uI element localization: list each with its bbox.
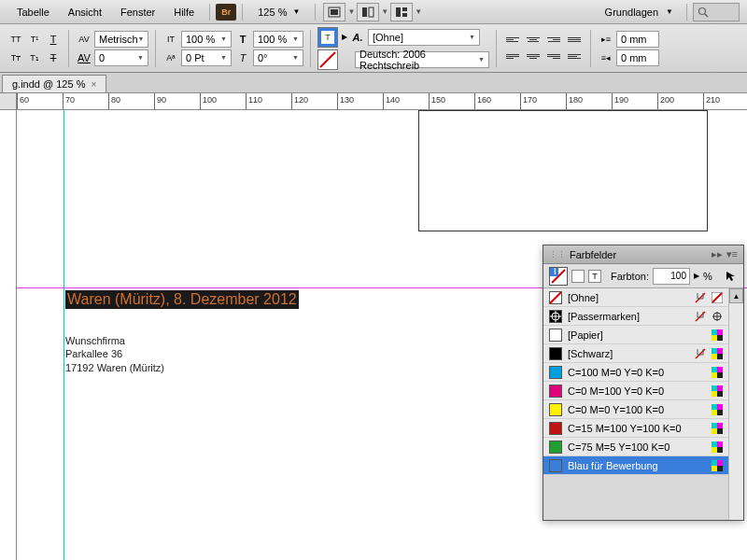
ruler-tick: 70 (63, 93, 63, 110)
justify-center-button[interactable] (524, 49, 543, 64)
char-style-field[interactable]: [Ohne]▼ (368, 29, 480, 46)
menu-tabelle[interactable]: Tabelle (7, 3, 59, 21)
address-line[interactable]: Wunschfirma (65, 334, 164, 347)
ruler-origin[interactable] (0, 93, 17, 110)
menu-hilfe[interactable]: Hilfe (164, 3, 204, 21)
justify-full-button[interactable] (565, 33, 584, 48)
swatch-row[interactable]: C=100 M=0 Y=0 K=0 (543, 363, 728, 382)
swatch-row[interactable]: [Schwarz] (543, 344, 728, 363)
separator (590, 30, 591, 67)
ruler-vertical[interactable] (0, 110, 17, 560)
workspace-label: Grundlagen (605, 7, 659, 18)
selected-date-line[interactable]: Waren (Müritz), 8. Dezember 2012 (65, 290, 299, 309)
svg-rect-57 (717, 441, 723, 447)
swatch-row[interactable]: C=0 M=0 Y=100 K=0 (543, 400, 728, 419)
view-options-icon[interactable] (390, 3, 413, 21)
svg-rect-54 (717, 428, 723, 434)
registration-type-icon (712, 311, 723, 322)
ruler-tick: 160 (474, 93, 475, 110)
address-line[interactable]: Parkallee 36 (65, 347, 164, 360)
kerning-field[interactable]: Metrisch▼ (94, 31, 148, 48)
skew-field[interactable]: 0°▼ (253, 49, 303, 66)
close-icon[interactable]: × (91, 79, 96, 90)
swatch-name: [Ohne] (568, 292, 689, 303)
fill-stroke-proxy[interactable]: T (549, 267, 568, 286)
menu-fenster[interactable]: Fenster (111, 3, 164, 21)
swatch-row[interactable]: C=75 M=5 Y=100 K=0 (543, 438, 728, 456)
swatch-row[interactable]: C=0 M=100 Y=0 K=0 (543, 382, 728, 400)
svg-rect-64 (717, 466, 723, 471)
indent-left-field[interactable]: 0 mm (616, 31, 659, 48)
swatch-row[interactable]: [Ohne] (543, 288, 728, 307)
screen-mode-icon[interactable] (323, 3, 345, 21)
collapse-icon[interactable]: ▸▸ (712, 248, 723, 260)
all-caps-button[interactable]: TT (7, 31, 24, 48)
ruler-tick: 180 (566, 93, 567, 110)
swatch-row[interactable]: Blau für Bewerbung (543, 456, 728, 475)
arrange-icon[interactable] (357, 3, 379, 21)
panel-title: Farbfelder (570, 249, 616, 260)
swatch-color-icon (549, 385, 562, 398)
ruler-horizontal[interactable]: 6070809010011012013014015016017018019020… (0, 93, 747, 110)
panel-menu-icon[interactable]: ▾≡ (726, 248, 738, 260)
menu-ansicht[interactable]: Ansicht (59, 3, 111, 21)
svg-rect-37 (717, 367, 723, 372)
ruler-tick: 190 (612, 93, 613, 110)
subscript-button[interactable]: T₁ (26, 49, 43, 66)
chevron-right-icon[interactable]: ▶ (342, 33, 347, 41)
tint-slider-icon[interactable]: ▶ (694, 272, 699, 280)
swatch-row[interactable]: [Papier] (543, 326, 728, 344)
chevron-down-icon[interactable]: ▼ (347, 7, 355, 16)
text-selection[interactable]: Waren (Müritz), 8. Dezember 2012 (65, 290, 299, 309)
panel-grip-icon[interactable]: ⋮⋮ (549, 250, 566, 259)
char-style-icon[interactable]: A. (349, 29, 366, 46)
scrollbar-vertical[interactable]: ▲ (728, 288, 743, 520)
svg-rect-52 (717, 423, 723, 428)
zoom-dropdown[interactable]: 125 % ▼ (254, 5, 303, 20)
swatch-color-icon (549, 422, 562, 435)
superscript-button[interactable]: T¹ (26, 31, 43, 48)
align-center-button[interactable] (524, 33, 543, 48)
tint-field[interactable] (653, 268, 690, 285)
search-input[interactable] (693, 3, 740, 21)
tracking-field[interactable]: 0▼ (94, 49, 148, 66)
language-field[interactable]: Deutsch: 2006 Rechtschreib▼ (355, 51, 489, 68)
workspace-dropdown[interactable]: Grundlagen ▼ (598, 5, 681, 20)
swatch-name: C=0 M=100 Y=0 K=0 (568, 385, 689, 397)
swatch-row[interactable]: [Passermarken] (543, 307, 728, 326)
swatch-row[interactable]: C=15 M=100 Y=100 K=0 (543, 419, 728, 438)
small-caps-button[interactable]: Tᴛ (7, 49, 24, 66)
fill-swatch[interactable]: T (317, 27, 338, 48)
address-block[interactable]: Wunschfirma Parkallee 36 17192 Waren (Mü… (65, 334, 164, 374)
align-left-button[interactable] (503, 33, 522, 48)
chevron-down-icon[interactable]: ▼ (381, 7, 388, 16)
align-right-button[interactable] (544, 33, 563, 48)
container-swatch-icon[interactable] (571, 270, 585, 283)
scroll-up-icon[interactable]: ▲ (729, 288, 743, 303)
hscale-field[interactable]: 100 %▼ (253, 31, 303, 48)
justify-left-button[interactable] (503, 49, 522, 64)
ruler-tick: 90 (154, 93, 155, 110)
vscale-field[interactable]: 100 %▼ (181, 31, 232, 48)
ruler-tick: 60 (17, 93, 18, 110)
guide-vertical[interactable] (63, 110, 64, 560)
svg-rect-25 (712, 329, 717, 335)
svg-rect-34 (717, 354, 723, 359)
strikethrough-button[interactable]: T (45, 49, 62, 66)
swatch-color-icon (549, 403, 562, 416)
chevron-down-icon[interactable]: ▼ (415, 7, 422, 16)
bridge-icon[interactable]: Br (216, 4, 236, 21)
text-frame[interactable] (418, 110, 708, 231)
indent-right-field[interactable]: 0 mm (616, 49, 659, 66)
stroke-swatch[interactable] (317, 49, 338, 70)
justify-right-button[interactable] (544, 49, 563, 64)
underline-button[interactable]: T (45, 31, 62, 48)
separator (209, 4, 210, 21)
text-swatch-icon[interactable]: T (588, 270, 601, 283)
address-line[interactable]: 17192 Waren (Müritz) (65, 361, 164, 374)
baseline-field[interactable]: 0 Pt▼ (181, 49, 232, 66)
document-tab[interactable]: g.indd @ 125 % × (2, 75, 106, 92)
panel-header[interactable]: ⋮⋮ Farbfelder ▸▸ ▾≡ (543, 245, 743, 264)
hscale-icon: T (234, 31, 251, 48)
align-spine-button[interactable] (565, 49, 584, 64)
